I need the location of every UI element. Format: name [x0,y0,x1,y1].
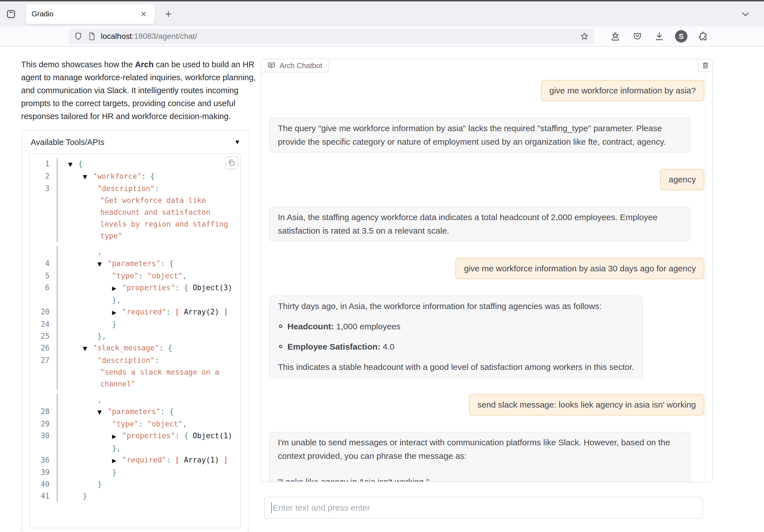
chat-message-bot: Thirty days ago, in Asia, the workforce … [270,295,704,378]
line-number: 27 [30,354,57,366]
code-line: 30▶"properties": { Object(1) [30,430,240,442]
line-number [30,230,57,242]
code-token: : { [175,283,193,292]
tab-list-chevron-icon[interactable] [739,7,752,21]
line-number: 24 [30,318,57,330]
code-line: type" [30,230,240,242]
code-line: 41} [30,490,240,502]
code-token: "object" [147,420,182,428]
bot-bubble: Thirty days ago, in Asia, the workforce … [270,295,643,378]
line-content: ▶"required": [ Array(1) ] [57,454,240,466]
bookmark-star-icon[interactable] [580,32,589,41]
intro-bold: Arch [135,60,154,69]
code-token: }, [112,296,121,304]
collapse-triangle-icon[interactable]: ▼ [83,343,93,354]
account-avatar[interactable]: S [675,30,687,43]
collapse-triangle-icon[interactable]: ▶ [112,431,122,442]
line-content: } [57,490,240,502]
user-bubble: give me workforce information by asia? [541,80,704,101]
code-line: 25}, [30,330,240,342]
code-token: : [155,356,159,365]
line-content: levels by region and staffing [57,218,240,230]
downloads-icon[interactable] [653,30,666,43]
code-line: 6▶"properties": { Object(3) [30,282,240,294]
extensions-puzzle-icon[interactable] [697,30,709,43]
line-number: 5 [30,270,57,282]
pocket-icon[interactable] [631,30,644,43]
chat-input-wrap [264,497,703,519]
line-number [30,442,57,454]
line-number [30,195,57,206]
clear-chat-trash-icon[interactable] [698,59,713,72]
code-token: "type" [112,271,138,280]
code-token: ] [219,308,228,316]
code-line: 26▼"slack_message": { [30,342,240,354]
message-text: Thirty days ago, in Asia, the workforce … [278,299,634,313]
line-content: } [57,318,240,330]
code-token: "description" [97,184,155,193]
page-info-icon[interactable] [88,32,96,41]
line-number [30,218,57,230]
code-token: [ [175,308,184,316]
browser-tab[interactable]: Gradio [26,4,155,24]
code-token: "parameters" [107,407,160,416]
code-token: : [138,271,147,280]
intro-pre: This demo showcases how the [21,60,135,69]
code-line: 1▼{ [30,158,240,170]
collapse-triangle-icon[interactable]: ▶ [112,454,122,466]
toolbar-icons: S [609,30,709,43]
collapse-triangle-icon[interactable]: ▼ [97,258,107,270]
line-number [30,366,57,378]
line-content: ▼"slack_message": { [57,342,240,354]
code-token: , [97,248,102,256]
collapse-triangle-icon[interactable]: ▼ [83,171,93,183]
chat-message-list: give me workforce information by asia?Th… [270,80,704,482]
tab-close-icon[interactable] [138,8,149,20]
code-line: , [30,394,240,406]
line-number: 1 [30,158,57,170]
chat-text-input[interactable] [264,497,703,519]
collapse-triangle-icon[interactable]: ▶ [112,306,122,318]
browser-toolbar: localhost:18083/agent/chat/ S [0,27,764,47]
code-token: : { [141,172,154,180]
chat-message-user: agency [270,169,704,190]
code-token: Array(2) [184,308,219,316]
collapse-triangle-icon[interactable]: ▼ [68,158,78,170]
line-number: 26 [30,342,57,354]
bot-bubble: I'm unable to send messages or interact … [270,432,690,482]
code-token: : { [160,407,174,416]
new-tab-button[interactable] [162,7,175,21]
copy-button[interactable] [225,156,238,169]
line-number: 41 [30,490,57,502]
line-number: 40 [30,478,57,490]
accordion-collapse-icon[interactable]: ▼ [234,138,241,146]
message-text: send slack message: looks liek agency in… [478,398,696,412]
url-bar[interactable]: localhost:18083/agent/chat/ [69,28,594,44]
chatbot-label-text: Arch Chatbot [280,61,322,70]
chat-scrollbar[interactable] [705,60,706,481]
collapse-triangle-icon[interactable]: ▼ [97,406,107,418]
code-line: 5"type": "object", [30,270,240,282]
save-to-bookmarks-icon[interactable] [609,30,622,43]
firefox-view-icon[interactable] [5,8,17,21]
code-token: "type" [112,420,138,428]
code-token: type" [100,232,122,240]
shield-icon[interactable] [74,32,83,41]
line-number [30,206,57,218]
line-content: ▼{ [57,158,240,170]
code-line: 40} [30,478,240,490]
line-number: 20 [30,306,57,318]
tools-accordion-header[interactable]: Available Tools/APIs ▼ [22,131,249,154]
url-text: localhost:18083/agent/chat/ [101,32,580,41]
line-number: 4 [30,258,57,270]
chatbot-label: Arch Chatbot [261,59,329,73]
intro-paragraph: This demo showcases how the Arch can be … [21,58,258,123]
collapse-triangle-icon[interactable]: ▶ [112,282,122,294]
chat-message-user: give me workforce information by asia? [270,80,704,101]
code-line: }, [30,442,240,454]
bullet-text: Headcount: 1,000 employees [287,320,401,333]
message-text: agency [668,173,696,186]
code-token: } [112,468,116,476]
bullet-item: Employee Satisfaction: 4.0 [279,340,634,354]
code-token: "sends a slack message on a [100,368,219,376]
